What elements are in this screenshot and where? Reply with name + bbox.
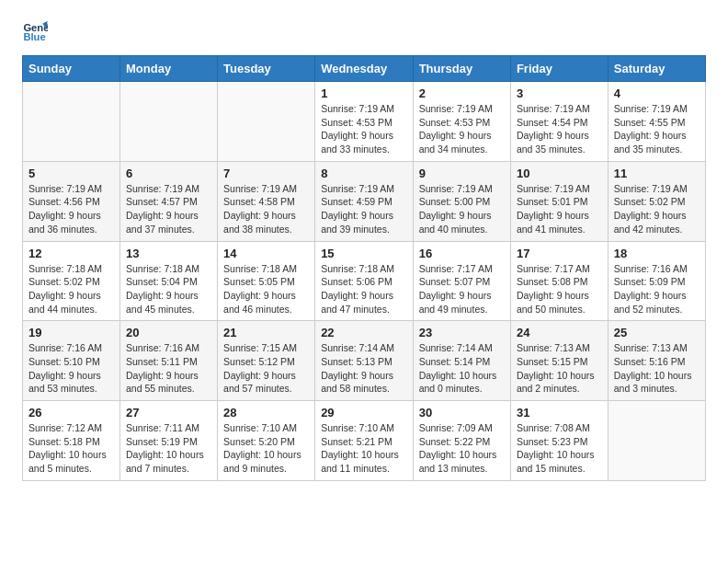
- weekday-header: Wednesday: [315, 56, 414, 82]
- day-detail: Sunrise: 7:14 AM Sunset: 5:14 PM Dayligh…: [419, 341, 505, 396]
- calendar-cell: 28Sunrise: 7:10 AM Sunset: 5:20 PM Dayli…: [218, 401, 315, 481]
- logo-icon: General Blue: [22, 18, 48, 44]
- calendar-cell: 20Sunrise: 7:16 AM Sunset: 5:11 PM Dayli…: [120, 321, 218, 401]
- day-number: 20: [126, 326, 211, 339]
- day-number: 2: [419, 86, 505, 100]
- day-detail: Sunrise: 7:18 AM Sunset: 5:06 PM Dayligh…: [321, 262, 407, 316]
- day-number: 8: [321, 167, 407, 180]
- weekday-header: Thursday: [413, 56, 510, 82]
- day-number: 11: [614, 167, 700, 180]
- calendar-cell: 4Sunrise: 7:19 AM Sunset: 4:55 PM Daylig…: [608, 82, 705, 162]
- day-number: 6: [126, 167, 211, 180]
- day-detail: Sunrise: 7:19 AM Sunset: 4:56 PM Dayligh…: [28, 182, 114, 236]
- day-detail: Sunrise: 7:08 AM Sunset: 5:23 PM Dayligh…: [517, 421, 602, 476]
- day-number: 3: [517, 86, 602, 100]
- day-detail: Sunrise: 7:14 AM Sunset: 5:13 PM Dayligh…: [321, 341, 407, 396]
- day-number: 19: [28, 326, 114, 339]
- calendar-cell: 31Sunrise: 7:08 AM Sunset: 5:23 PM Dayli…: [510, 401, 608, 481]
- calendar-cell: 22Sunrise: 7:14 AM Sunset: 5:13 PM Dayli…: [315, 321, 414, 401]
- day-detail: Sunrise: 7:15 AM Sunset: 5:12 PM Dayligh…: [223, 341, 309, 396]
- calendar-cell: 9Sunrise: 7:19 AM Sunset: 5:00 PM Daylig…: [413, 161, 510, 241]
- calendar-week-row: 19Sunrise: 7:16 AM Sunset: 5:10 PM Dayli…: [23, 321, 706, 401]
- svg-text:Blue: Blue: [23, 31, 45, 42]
- day-detail: Sunrise: 7:19 AM Sunset: 4:53 PM Dayligh…: [419, 102, 505, 156]
- day-number: 13: [126, 247, 211, 260]
- day-detail: Sunrise: 7:18 AM Sunset: 5:02 PM Dayligh…: [28, 262, 114, 316]
- day-number: 15: [321, 247, 407, 260]
- calendar-cell: 21Sunrise: 7:15 AM Sunset: 5:12 PM Dayli…: [218, 321, 315, 401]
- day-detail: Sunrise: 7:13 AM Sunset: 5:16 PM Dayligh…: [614, 341, 700, 396]
- day-detail: Sunrise: 7:19 AM Sunset: 4:55 PM Dayligh…: [614, 102, 700, 156]
- calendar-cell: 15Sunrise: 7:18 AM Sunset: 5:06 PM Dayli…: [315, 241, 414, 321]
- day-number: 27: [126, 406, 211, 419]
- day-number: 9: [419, 167, 505, 180]
- calendar-cell: 2Sunrise: 7:19 AM Sunset: 4:53 PM Daylig…: [413, 82, 510, 162]
- day-number: 30: [419, 406, 505, 419]
- calendar-cell: 14Sunrise: 7:18 AM Sunset: 5:05 PM Dayli…: [218, 241, 315, 321]
- calendar-cell: [608, 401, 705, 481]
- day-detail: Sunrise: 7:16 AM Sunset: 5:10 PM Dayligh…: [28, 341, 114, 396]
- header: General Blue: [22, 18, 706, 44]
- calendar-cell: 29Sunrise: 7:10 AM Sunset: 5:21 PM Dayli…: [315, 401, 414, 481]
- calendar-cell: 19Sunrise: 7:16 AM Sunset: 5:10 PM Dayli…: [23, 321, 120, 401]
- day-number: 23: [419, 326, 505, 339]
- calendar-cell: 1Sunrise: 7:19 AM Sunset: 4:53 PM Daylig…: [315, 82, 414, 162]
- day-detail: Sunrise: 7:19 AM Sunset: 5:02 PM Dayligh…: [614, 182, 700, 236]
- calendar-cell: 6Sunrise: 7:19 AM Sunset: 4:57 PM Daylig…: [120, 161, 218, 241]
- calendar-cell: [23, 82, 120, 162]
- day-detail: Sunrise: 7:13 AM Sunset: 5:15 PM Dayligh…: [517, 341, 602, 396]
- day-detail: Sunrise: 7:12 AM Sunset: 5:18 PM Dayligh…: [28, 421, 114, 476]
- day-detail: Sunrise: 7:17 AM Sunset: 5:08 PM Dayligh…: [517, 262, 602, 316]
- calendar-cell: 3Sunrise: 7:19 AM Sunset: 4:54 PM Daylig…: [510, 82, 608, 162]
- calendar-cell: [218, 82, 315, 162]
- weekday-header: Monday: [120, 56, 218, 82]
- calendar-cell: 23Sunrise: 7:14 AM Sunset: 5:14 PM Dayli…: [413, 321, 510, 401]
- calendar-cell: 27Sunrise: 7:11 AM Sunset: 5:19 PM Dayli…: [120, 401, 218, 481]
- day-detail: Sunrise: 7:11 AM Sunset: 5:19 PM Dayligh…: [126, 421, 211, 476]
- day-detail: Sunrise: 7:10 AM Sunset: 5:20 PM Dayligh…: [223, 421, 309, 476]
- calendar-cell: 24Sunrise: 7:13 AM Sunset: 5:15 PM Dayli…: [510, 321, 608, 401]
- weekday-header-row: SundayMondayTuesdayWednesdayThursdayFrid…: [23, 56, 706, 82]
- calendar-cell: 12Sunrise: 7:18 AM Sunset: 5:02 PM Dayli…: [23, 241, 120, 321]
- day-detail: Sunrise: 7:19 AM Sunset: 5:00 PM Dayligh…: [419, 182, 505, 236]
- calendar-cell: 10Sunrise: 7:19 AM Sunset: 5:01 PM Dayli…: [510, 161, 608, 241]
- weekday-header: Tuesday: [218, 56, 315, 82]
- day-number: 1: [321, 86, 407, 100]
- calendar-cell: 17Sunrise: 7:17 AM Sunset: 5:08 PM Dayli…: [510, 241, 608, 321]
- day-number: 10: [517, 167, 602, 180]
- calendar-cell: 7Sunrise: 7:19 AM Sunset: 4:58 PM Daylig…: [218, 161, 315, 241]
- calendar-cell: [120, 82, 218, 162]
- calendar-cell: 11Sunrise: 7:19 AM Sunset: 5:02 PM Dayli…: [608, 161, 705, 241]
- calendar-table: SundayMondayTuesdayWednesdayThursdayFrid…: [22, 55, 706, 481]
- day-detail: Sunrise: 7:16 AM Sunset: 5:09 PM Dayligh…: [614, 262, 700, 316]
- day-number: 12: [28, 247, 114, 260]
- day-number: 22: [321, 326, 407, 339]
- calendar-page: General Blue SundayMondayTuesdayWednesda…: [0, 0, 728, 500]
- day-number: 29: [321, 406, 407, 419]
- calendar-week-row: 26Sunrise: 7:12 AM Sunset: 5:18 PM Dayli…: [23, 401, 706, 481]
- day-number: 16: [419, 247, 505, 260]
- calendar-cell: 5Sunrise: 7:19 AM Sunset: 4:56 PM Daylig…: [23, 161, 120, 241]
- calendar-cell: 8Sunrise: 7:19 AM Sunset: 4:59 PM Daylig…: [315, 161, 414, 241]
- day-number: 28: [223, 406, 309, 419]
- calendar-cell: 16Sunrise: 7:17 AM Sunset: 5:07 PM Dayli…: [413, 241, 510, 321]
- calendar-cell: 25Sunrise: 7:13 AM Sunset: 5:16 PM Dayli…: [608, 321, 705, 401]
- day-detail: Sunrise: 7:19 AM Sunset: 4:54 PM Dayligh…: [517, 102, 602, 156]
- day-number: 26: [28, 406, 114, 419]
- day-detail: Sunrise: 7:19 AM Sunset: 4:58 PM Dayligh…: [223, 182, 309, 236]
- day-number: 5: [28, 167, 114, 180]
- calendar-week-row: 12Sunrise: 7:18 AM Sunset: 5:02 PM Dayli…: [23, 241, 706, 321]
- day-detail: Sunrise: 7:17 AM Sunset: 5:07 PM Dayligh…: [419, 262, 505, 316]
- day-number: 18: [614, 247, 700, 260]
- day-number: 24: [517, 326, 602, 339]
- day-number: 14: [223, 247, 309, 260]
- day-number: 21: [223, 326, 309, 339]
- weekday-header: Sunday: [23, 56, 120, 82]
- day-number: 25: [614, 326, 700, 339]
- day-detail: Sunrise: 7:09 AM Sunset: 5:22 PM Dayligh…: [419, 421, 505, 476]
- day-detail: Sunrise: 7:19 AM Sunset: 4:57 PM Dayligh…: [126, 182, 211, 236]
- day-detail: Sunrise: 7:16 AM Sunset: 5:11 PM Dayligh…: [126, 341, 211, 396]
- calendar-cell: 26Sunrise: 7:12 AM Sunset: 5:18 PM Dayli…: [23, 401, 120, 481]
- day-number: 7: [223, 167, 309, 180]
- day-detail: Sunrise: 7:18 AM Sunset: 5:05 PM Dayligh…: [223, 262, 309, 316]
